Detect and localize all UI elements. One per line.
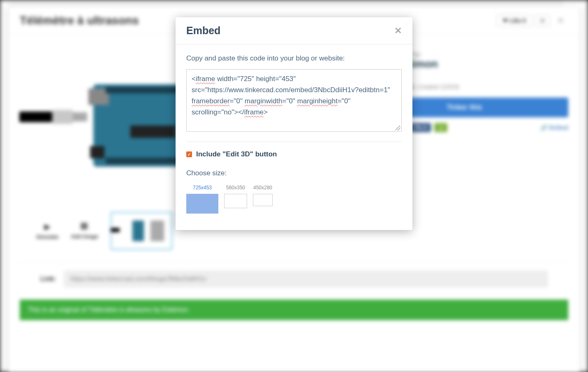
include-edit-label: Include "Edit 3D" button bbox=[196, 150, 277, 158]
embed-instruction: Copy and paste this code into your blog … bbox=[186, 54, 402, 63]
include-edit-checkbox[interactable]: ✓ bbox=[186, 151, 192, 157]
embed-code-textarea[interactable]: <iframe width="725" height="453" src="ht… bbox=[186, 69, 402, 132]
resize-handle[interactable] bbox=[396, 126, 400, 130]
close-icon: ✕ bbox=[394, 26, 402, 36]
size-option-560x350[interactable]: 560x350 bbox=[224, 185, 247, 208]
size-option-450x280[interactable]: 450x280 bbox=[253, 185, 273, 206]
modal-title: Embed bbox=[186, 25, 220, 37]
size-option-725x453[interactable]: 725x453 bbox=[186, 185, 218, 214]
size-options: 725x453 560x350 450x280 bbox=[186, 185, 402, 214]
embed-modal: Embed ✕ Copy and paste this code into yo… bbox=[176, 17, 412, 230]
choose-size-label: Choose size: bbox=[186, 169, 402, 177]
modal-close-button[interactable]: ✕ bbox=[394, 26, 402, 35]
